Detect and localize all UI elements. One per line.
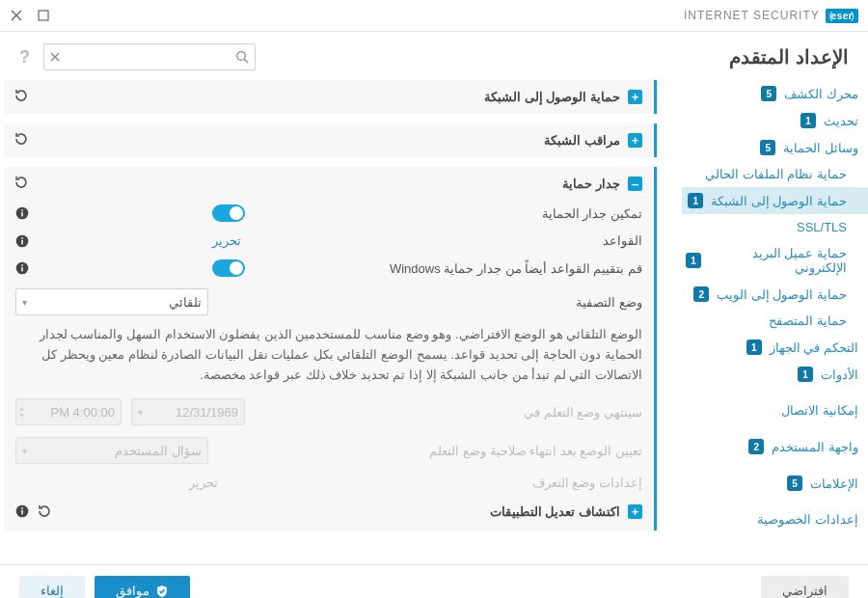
expand-icon[interactable]: + <box>628 504 642 519</box>
select-value: سؤال المستخدم <box>115 444 202 458</box>
sidebar-item-label: واجهة المستخدم <box>772 440 858 454</box>
section-network-access: + حماية الوصول إلى الشبكة <box>4 80 657 114</box>
row-filter-mode: وضع التصفية تلقائي ▾ <box>15 283 642 321</box>
time-value: PM 4:00:00 <box>51 405 116 420</box>
sidebar-item-notifications[interactable]: الإعلامات5 <box>682 470 868 497</box>
sidebar-item-browser[interactable]: حماية المتصفح <box>682 308 868 334</box>
sidebar-item-label: الأدوات <box>821 367 858 382</box>
svg-rect-0 <box>39 11 48 20</box>
sidebar-item-connectivity[interactable]: إمكانية الاتصال <box>682 397 868 423</box>
sidebar-item-label: الإعلامات <box>810 476 858 491</box>
select-value: تلقائي <box>169 295 202 310</box>
enable-firewall-label: تمكين جدار الحماية <box>255 206 642 221</box>
sidebar-badge: 1 <box>800 113 816 128</box>
shield-check-icon <box>155 584 169 598</box>
sidebar-item-label: حماية الوصول إلى الشبكة <box>711 194 847 208</box>
subsection-app-modification: + اكتشاف تعديل التطبيقات <box>15 496 642 521</box>
learning-end-date: 12/31/1969 ▾ <box>131 398 245 425</box>
sidebar-item-email-client[interactable]: حماية عميل البريد الإلكتروني1 <box>682 240 868 281</box>
sidebar-item-label: حماية الوصول إلى الويب <box>717 287 847 302</box>
sidebar-item-label: إمكانية الاتصال <box>781 403 858 418</box>
sidebar-item-label: إعدادات الخصوصية <box>757 512 858 527</box>
titlebar: eser INTERNET SECURITY <box>0 0 868 31</box>
sidebar-badge: 2 <box>693 286 709 302</box>
sidebar-item-tools[interactable]: الأدوات1 <box>682 361 868 388</box>
window-controls <box>10 9 50 22</box>
chevron-down-icon: ▾ <box>138 407 143 418</box>
row-rules: القواعد تحرير <box>15 228 642 254</box>
sidebar-item-ssl-tls[interactable]: SSL/TLS <box>682 214 868 240</box>
sidebar-item-label: محرك الكشف <box>784 87 858 101</box>
windows-firewall-toggle[interactable] <box>212 259 245 277</box>
sidebar: محرك الكشف5 تحديث1 وسائل الحماية5 حماية … <box>670 80 868 564</box>
spinner-icon: ▲▼ <box>18 405 25 419</box>
learning-settings-edit: تحرير <box>189 476 218 490</box>
sidebar-item-update[interactable]: تحديث1 <box>682 107 868 134</box>
expand-icon[interactable]: + <box>628 133 642 148</box>
maximize-icon[interactable] <box>37 9 50 22</box>
sidebar-item-web-access[interactable]: حماية الوصول إلى الويب2 <box>682 281 868 308</box>
collapse-icon[interactable]: – <box>628 177 642 191</box>
info-icon[interactable] <box>15 504 29 518</box>
chevron-down-icon: ▾ <box>22 446 27 456</box>
filter-mode-label: وضع التصفية <box>218 295 642 310</box>
chevron-down-icon: ▾ <box>22 297 27 308</box>
close-icon[interactable] <box>10 9 23 22</box>
filter-mode-description: الوضع التلقائي هو الوضع الافتراضي. وهو و… <box>15 321 642 393</box>
rules-edit-link[interactable]: تحرير <box>212 233 241 248</box>
clear-search-icon[interactable] <box>50 52 60 62</box>
restore-icon[interactable] <box>14 175 29 190</box>
footer: افتراضي موافق إلغاء <box>0 564 868 598</box>
sidebar-item-privacy[interactable]: إعدادات الخصوصية <box>682 506 868 532</box>
sidebar-item-device-control[interactable]: التحكم في الجهاز1 <box>682 334 868 361</box>
learning-end-time: PM 4:00:00 ▲▼ <box>15 398 122 425</box>
brand-text: INTERNET SECURITY <box>684 9 820 22</box>
sidebar-badge: 1 <box>746 340 762 355</box>
row-learning-end: سينتهي وضع التعلم في 12/31/1969 ▾ PM 4:0… <box>15 393 642 431</box>
header: الإعداد المتقدم ? <box>0 32 868 80</box>
row-after-learning: تعيين الوضع بعد انتهاء صلاحية وضع التعلم… <box>15 431 642 470</box>
expand-icon[interactable]: + <box>628 90 642 104</box>
help-icon[interactable]: ? <box>19 47 30 68</box>
learning-settings-label: إعدادات وضع التعرف <box>228 476 642 490</box>
restore-icon[interactable] <box>14 131 29 147</box>
info-icon[interactable] <box>15 234 29 248</box>
svg-rect-6 <box>21 239 23 244</box>
cancel-button[interactable]: إلغاء <box>19 576 85 599</box>
default-button[interactable]: افتراضي <box>761 576 849 599</box>
date-value: 12/31/1969 <box>176 405 238 420</box>
enable-firewall-toggle[interactable] <box>212 204 245 222</box>
brand-badge: eser <box>826 9 858 23</box>
section-firewall: – جدار حماية تمكين جدار الحماية القواعد … <box>4 167 657 530</box>
learning-end-label: سينتهي وضع التعلم في <box>255 405 642 420</box>
section-title: حماية الوصول إلى الشبكة <box>484 90 620 104</box>
filter-mode-select[interactable]: تلقائي ▾ <box>15 288 208 315</box>
search-input[interactable] <box>60 50 235 65</box>
sidebar-item-label: SSL/TLS <box>797 220 847 234</box>
svg-rect-7 <box>21 237 23 239</box>
sidebar-item-label: حماية المتصفح <box>769 313 847 328</box>
sidebar-item-detection-engine[interactable]: محرك الكشف5 <box>682 80 868 107</box>
main-panel: + حماية الوصول إلى الشبكة + مراقب الشبكة… <box>0 80 670 564</box>
svg-rect-4 <box>21 209 23 211</box>
restore-icon[interactable] <box>14 88 29 103</box>
sidebar-item-ui[interactable]: واجهة المستخدم2 <box>682 433 868 460</box>
row-learning-settings: إعدادات وضع التعرف تحرير <box>15 470 642 496</box>
sidebar-item-label: حماية نظام الملفات الحالي <box>705 167 847 181</box>
sidebar-item-protections[interactable]: وسائل الحماية5 <box>682 134 868 161</box>
ok-button[interactable]: موافق <box>95 576 190 599</box>
info-icon[interactable] <box>15 206 29 220</box>
search-icon <box>235 50 249 64</box>
svg-rect-12 <box>21 510 23 515</box>
subsection-title: اكتشاف تعديل التطبيقات <box>490 504 620 519</box>
search-box[interactable] <box>43 43 256 70</box>
svg-rect-10 <box>21 264 23 266</box>
row-enable-firewall: تمكين جدار الحماية <box>15 199 642 228</box>
svg-point-1 <box>237 52 246 61</box>
sidebar-badge: 1 <box>798 367 813 382</box>
sidebar-item-realtime-fs[interactable]: حماية نظام الملفات الحالي <box>682 161 868 187</box>
info-icon[interactable] <box>15 261 29 275</box>
after-learning-select: سؤال المستخدم ▾ <box>15 437 208 464</box>
restore-icon[interactable] <box>37 503 52 519</box>
sidebar-item-network-access[interactable]: حماية الوصول إلى الشبكة1 <box>682 187 868 214</box>
